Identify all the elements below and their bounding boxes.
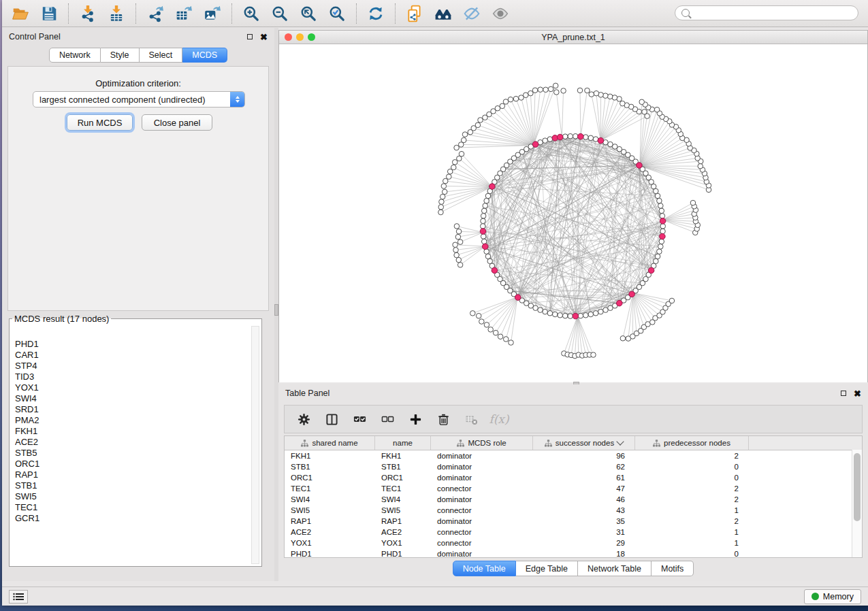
ring-node[interactable] xyxy=(481,234,486,240)
ring-node[interactable] xyxy=(481,214,486,219)
leaf-node[interactable] xyxy=(528,90,534,96)
ring-node[interactable] xyxy=(658,203,664,209)
ring-node[interactable] xyxy=(543,138,548,144)
column-header-predecessor-nodes[interactable]: predecessor nodes xyxy=(635,436,749,450)
search-input[interactable] xyxy=(694,7,852,18)
ring-node[interactable] xyxy=(603,308,609,313)
ring-node[interactable] xyxy=(547,311,553,316)
ring-node[interactable] xyxy=(608,142,613,147)
table-row[interactable]: RAP1RAP1dominator352 xyxy=(285,516,862,527)
ring-node[interactable] xyxy=(660,229,666,234)
tab-mcds[interactable]: MCDS xyxy=(182,48,227,63)
leaf-node[interactable] xyxy=(698,163,703,169)
leaf-node[interactable] xyxy=(441,184,447,189)
mcds-hub-node[interactable] xyxy=(617,300,623,306)
ring-node[interactable] xyxy=(660,214,665,219)
zoom-fit-button[interactable] xyxy=(294,2,323,25)
table-row[interactable]: PHD1PHD1dominator180 xyxy=(285,548,862,558)
ring-node[interactable] xyxy=(659,208,664,214)
mcds-result-item[interactable]: PHD1 xyxy=(15,339,249,350)
table-row[interactable]: TEC1TEC1connector472 xyxy=(285,483,862,494)
leaf-node[interactable] xyxy=(654,107,660,112)
table-row[interactable]: FKH1FKH1dominator962 xyxy=(285,450,862,461)
mcds-result-item[interactable]: STB1 xyxy=(15,480,249,491)
leaf-node[interactable] xyxy=(483,115,488,120)
leaf-node[interactable] xyxy=(438,205,444,210)
leaf-node[interactable] xyxy=(548,86,553,92)
ring-node[interactable] xyxy=(655,193,660,199)
select-all-button[interactable] xyxy=(351,411,368,427)
mcds-hub-node[interactable] xyxy=(660,233,666,240)
mcds-result-item[interactable]: TID3 xyxy=(15,371,249,382)
leaf-node[interactable] xyxy=(452,160,457,165)
leaf-node[interactable] xyxy=(498,334,503,340)
column-header-MCDS-role[interactable]: MCDS role xyxy=(431,436,533,450)
ring-node[interactable] xyxy=(657,198,662,203)
mcds-result-item[interactable]: GCR1 xyxy=(15,513,249,524)
mcds-result-item[interactable]: FKH1 xyxy=(15,426,249,437)
ring-node[interactable] xyxy=(598,309,604,314)
leaf-node[interactable] xyxy=(503,99,509,105)
ring-node[interactable] xyxy=(485,254,491,259)
ring-node[interactable] xyxy=(659,239,664,244)
zoom-out-button[interactable] xyxy=(266,2,294,25)
leaf-node[interactable] xyxy=(438,210,444,215)
mcds-result-item[interactable]: SRD1 xyxy=(15,404,249,415)
leaf-node[interactable] xyxy=(532,88,538,93)
show-selected-button[interactable] xyxy=(486,2,515,25)
leaf-node[interactable] xyxy=(509,340,514,346)
tab-motifs[interactable]: Motifs xyxy=(652,561,694,576)
leaf-node[interactable] xyxy=(639,99,645,105)
leaf-node[interactable] xyxy=(503,337,509,342)
leaf-node[interactable] xyxy=(468,129,473,135)
table-row[interactable]: ORC1ORC1dominator610 xyxy=(285,472,862,483)
ring-node[interactable] xyxy=(552,312,558,317)
export-network-button[interactable] xyxy=(141,2,170,25)
ring-node[interactable] xyxy=(654,259,659,264)
control-panel-close-button[interactable]: ✖ xyxy=(260,33,268,42)
delete-row-button[interactable] xyxy=(435,411,451,427)
window-zoom-button[interactable] xyxy=(308,33,315,41)
leaf-node[interactable] xyxy=(554,90,560,95)
leaf-node[interactable] xyxy=(620,336,626,342)
table-row[interactable]: ACE2ACE2connector311 xyxy=(285,527,862,538)
ring-node[interactable] xyxy=(558,313,563,318)
ring-node[interactable] xyxy=(481,218,486,224)
ring-node[interactable] xyxy=(657,249,662,254)
leaf-node[interactable] xyxy=(553,83,558,88)
ring-node[interactable] xyxy=(481,239,487,244)
ring-node[interactable] xyxy=(658,244,664,250)
leaf-node[interactable] xyxy=(594,90,599,96)
deselect-all-button[interactable] xyxy=(379,411,396,427)
leaf-node[interactable] xyxy=(455,234,461,240)
network-window-titlebar[interactable]: YPA_prune.txt_1 xyxy=(279,31,867,44)
import-table-button[interactable] xyxy=(102,2,131,25)
settings-button[interactable] xyxy=(295,411,312,427)
mcds-result-item[interactable]: STB5 xyxy=(15,448,249,459)
leaf-node[interactable] xyxy=(453,248,459,253)
mcds-hub-node[interactable] xyxy=(515,295,521,301)
ring-node[interactable] xyxy=(485,193,491,199)
ring-node[interactable] xyxy=(593,311,598,316)
tab-network[interactable]: Network xyxy=(49,48,101,63)
column-header-successor-nodes[interactable]: successor nodes xyxy=(533,436,635,450)
ring-node[interactable] xyxy=(562,313,568,318)
mcds-hub-node[interactable] xyxy=(598,137,604,144)
column-header-shared-name[interactable]: shared name xyxy=(285,436,375,450)
leaf-node[interactable] xyxy=(456,229,462,234)
mcds-hub-node[interactable] xyxy=(637,163,643,169)
search-network-button[interactable] xyxy=(429,2,457,25)
leaf-node[interactable] xyxy=(470,311,476,316)
ring-node[interactable] xyxy=(533,306,539,311)
mcds-result-item[interactable]: TEC1 xyxy=(15,502,249,513)
leaf-node[interactable] xyxy=(457,156,462,161)
ring-node[interactable] xyxy=(578,313,583,318)
export-table-button[interactable] xyxy=(170,2,198,25)
mcds-hub-node[interactable] xyxy=(578,133,584,139)
leaf-node[interactable] xyxy=(519,95,524,101)
open-file-button[interactable] xyxy=(6,2,35,25)
leaf-node[interactable] xyxy=(493,330,498,335)
leaf-node[interactable] xyxy=(462,132,468,137)
leaf-node[interactable] xyxy=(453,242,458,248)
tab-style[interactable]: Style xyxy=(101,48,140,63)
